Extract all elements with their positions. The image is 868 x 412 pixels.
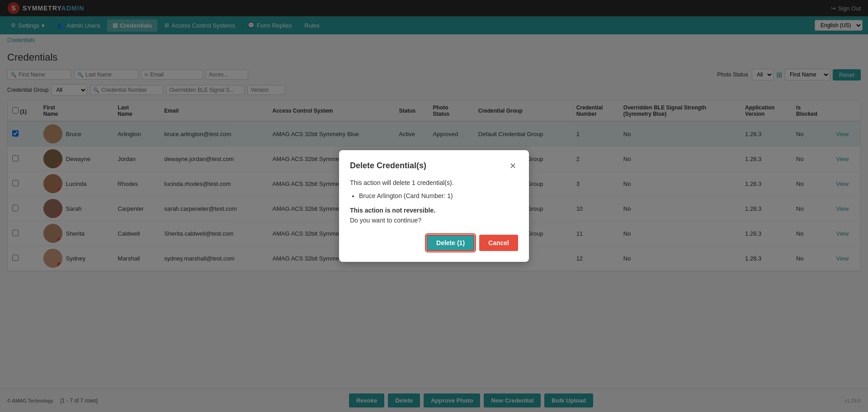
modal-bullet: Bruce Arlington (Card Number: 1) [359,191,518,201]
modal-cancel-button[interactable]: Cancel [479,235,518,251]
modal-body-line1: This action will delete 1 credential(s). [350,178,518,188]
delete-modal: Delete Credential(s) ✕ This action will … [339,150,529,262]
modal-body: This action will delete 1 credential(s).… [350,178,518,226]
modal-close-button[interactable]: ✕ [508,162,518,170]
modal-footer: Delete (1) Cancel [350,235,518,251]
modal-warning: This action is not reversible. [350,205,518,215]
modal-question: Do you want to continue? [350,215,518,225]
modal-delete-button[interactable]: Delete (1) [426,235,475,251]
modal-overlay: Delete Credential(s) ✕ This action will … [0,0,868,404]
modal-title: Delete Credential(s) [350,161,426,170]
modal-header: Delete Credential(s) ✕ [350,161,518,170]
